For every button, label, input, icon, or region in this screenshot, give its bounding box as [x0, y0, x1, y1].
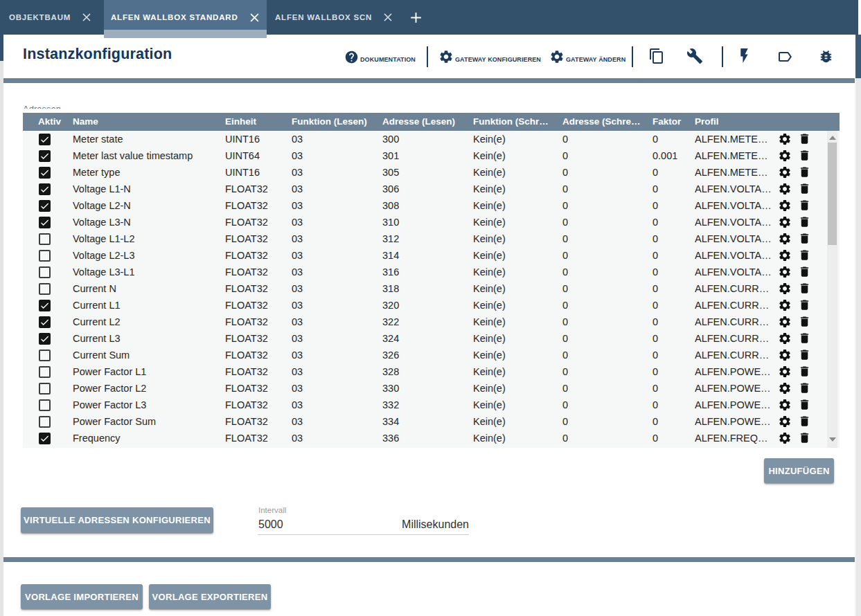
cell-funktion-schreiben: Kein(e): [473, 230, 506, 247]
row-settings-icon[interactable]: [778, 381, 792, 395]
row-delete-icon[interactable]: [798, 332, 812, 345]
cell-profil: ALFEN.FREQ…: [695, 430, 768, 446]
documentation-button[interactable]: DOKUMENTATION: [344, 48, 416, 64]
row-aktiv-checkbox[interactable]: [39, 217, 51, 228]
row-aktiv-checkbox[interactable]: [39, 433, 51, 444]
col-profil: Profil: [695, 113, 719, 131]
cell-adresse-lesen: 316: [382, 264, 399, 280]
page-scrollbar-track[interactable]: [855, 78, 861, 616]
row-delete-icon[interactable]: [798, 431, 812, 445]
row-settings-icon[interactable]: [778, 282, 792, 296]
row-delete-icon[interactable]: [798, 215, 812, 229]
row-delete-icon[interactable]: [798, 248, 812, 262]
row-settings-icon[interactable]: [778, 348, 792, 362]
row-aktiv-checkbox[interactable]: [39, 183, 51, 195]
row-aktiv-checkbox[interactable]: [39, 399, 51, 411]
bug-button[interactable]: [818, 48, 834, 64]
row-aktiv-checkbox[interactable]: [39, 134, 51, 145]
row-aktiv-checkbox[interactable]: [39, 233, 51, 245]
row-settings-icon[interactable]: [778, 132, 792, 146]
row-aktiv-checkbox[interactable]: [39, 167, 51, 179]
row-delete-icon[interactable]: [798, 232, 812, 246]
cell-adresse-schreiben: 0: [562, 181, 568, 197]
row-settings-icon[interactable]: [778, 265, 792, 279]
row-settings-icon[interactable]: [778, 149, 792, 163]
row-aktiv-checkbox[interactable]: [39, 266, 51, 278]
row-delete-icon[interactable]: [798, 149, 812, 163]
row-aktiv-checkbox[interactable]: [39, 350, 51, 361]
cell-adresse-schreiben: 0: [562, 397, 568, 413]
row-aktiv-checkbox[interactable]: [39, 333, 51, 345]
bottom-divider: [3, 557, 855, 562]
tab-close-icon[interactable]: [249, 12, 260, 23]
cell-profil: ALFEN.POWE…: [695, 380, 771, 397]
row-aktiv-checkbox[interactable]: [39, 316, 51, 328]
table-row: Meter stateUINT1603300Kein(e)00ALFEN.MET…: [23, 131, 840, 147]
row-delete-icon[interactable]: [798, 182, 812, 196]
cell-adresse-lesen: 306: [382, 181, 399, 197]
row-aktiv-checkbox[interactable]: [39, 150, 51, 162]
gateway-konfigurieren-button[interactable]: GATEWAY KONFIGURIEREN: [438, 47, 541, 64]
row-aktiv-checkbox[interactable]: [39, 366, 51, 378]
row-aktiv-checkbox[interactable]: [39, 416, 51, 428]
cell-adresse-schreiben: 0: [562, 380, 568, 397]
row-settings-icon[interactable]: [778, 315, 792, 329]
row-settings-icon[interactable]: [778, 165, 792, 179]
row-delete-icon[interactable]: [798, 132, 812, 146]
tab-objektbaum[interactable]: OBJEKTBAUM: [0, 0, 104, 35]
cell-faktor: 0: [653, 314, 658, 330]
row-aktiv-checkbox[interactable]: [39, 200, 51, 212]
table-row: Power Factor L3FLOAT3203332Kein(e)00ALFE…: [23, 397, 840, 413]
row-settings-icon[interactable]: [778, 398, 792, 412]
table-row: Current L1FLOAT3203320Kein(e)00ALFEN.CUR…: [23, 297, 840, 314]
row-settings-icon[interactable]: [778, 182, 792, 196]
tab-alfen-wallbox-scn[interactable]: ALFEN WALLBOX SCN: [267, 0, 398, 35]
wrench-icon: [686, 48, 703, 64]
row-settings-icon[interactable]: [778, 431, 792, 445]
cell-einheit: UINT16: [225, 131, 260, 147]
cell-adresse-lesen: 318: [382, 280, 399, 297]
row-delete-icon[interactable]: [798, 381, 812, 395]
flash-button[interactable]: [736, 47, 753, 64]
row-settings-icon[interactable]: [778, 232, 792, 246]
row-delete-icon[interactable]: [798, 365, 812, 379]
tab-close-icon[interactable]: [82, 12, 91, 22]
row-delete-icon[interactable]: [798, 398, 812, 412]
table-row: Current SumFLOAT3203326Kein(e)00ALFEN.CU…: [23, 347, 840, 363]
vorlage-exportieren-button[interactable]: VORLAGE EXPORTIEREN: [149, 584, 271, 609]
new-tab-button[interactable]: [407, 9, 424, 26]
wrench-button[interactable]: [686, 48, 703, 64]
copy-button[interactable]: [648, 48, 665, 64]
gateway-aendern-button[interactable]: GATEWAY ÄNDERN: [549, 47, 625, 64]
cell-funktion-schreiben: Kein(e): [473, 264, 506, 280]
row-delete-icon[interactable]: [798, 282, 812, 296]
row-delete-icon[interactable]: [798, 199, 812, 212]
tag-button[interactable]: [776, 48, 793, 65]
row-delete-icon[interactable]: [798, 415, 812, 428]
row-aktiv-checkbox[interactable]: [39, 283, 51, 295]
row-settings-icon[interactable]: [778, 365, 792, 379]
row-settings-icon[interactable]: [778, 199, 792, 212]
cell-funktion-lesen: 03: [292, 164, 303, 181]
row-delete-icon[interactable]: [798, 315, 812, 329]
cell-name: Power Factor L1: [73, 363, 146, 380]
row-delete-icon[interactable]: [798, 165, 812, 179]
row-delete-icon[interactable]: [798, 348, 812, 362]
tab-close-icon[interactable]: [383, 12, 393, 22]
row-aktiv-checkbox[interactable]: [39, 250, 51, 262]
row-delete-icon[interactable]: [798, 298, 812, 312]
hinzufuegen-button[interactable]: HINZUFÜGEN: [764, 458, 834, 483]
row-settings-icon[interactable]: [778, 215, 792, 229]
vorlage-importieren-button[interactable]: VORLAGE IMPORTIEREN: [21, 584, 143, 609]
cell-funktion-schreiben: Kein(e): [473, 297, 506, 314]
row-aktiv-checkbox[interactable]: [39, 300, 51, 311]
virtuelle-adressen-button[interactable]: VIRTUELLE ADRESSEN KONFIGURIEREN: [21, 507, 213, 533]
row-settings-icon[interactable]: [778, 248, 792, 262]
row-settings-icon[interactable]: [778, 332, 792, 345]
table-row: Voltage L3-L1FLOAT3203316Kein(e)00ALFEN.…: [23, 264, 840, 280]
row-settings-icon[interactable]: [778, 298, 792, 312]
row-aktiv-checkbox[interactable]: [39, 383, 51, 395]
page-scrollbar-thumb[interactable]: [855, 35, 861, 78]
row-settings-icon[interactable]: [778, 415, 792, 428]
row-delete-icon[interactable]: [798, 265, 812, 279]
